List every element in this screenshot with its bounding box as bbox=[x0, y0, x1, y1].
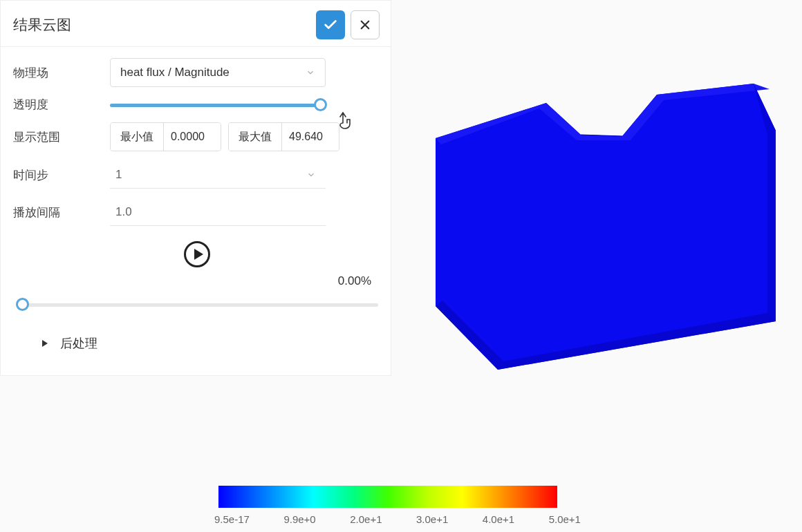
chevron-down-icon bbox=[306, 68, 315, 77]
legend-tick: 2.0e+1 bbox=[350, 513, 382, 525]
range-row: 显示范围 最小值 最大值 bbox=[13, 122, 381, 151]
panel-title: 结果云图 bbox=[13, 15, 310, 35]
panel-header: 结果云图 bbox=[1, 1, 391, 47]
result-cloud-panel: 结果云图 物理场 heat flux / Magnitude 透明度 bbox=[0, 0, 391, 376]
panel-body: 物理场 heat flux / Magnitude 透明度 显示范围 bbox=[1, 47, 391, 375]
interval-value: 1.0 bbox=[115, 205, 132, 219]
max-input-group: 最大值 bbox=[228, 122, 339, 151]
close-icon bbox=[359, 19, 371, 31]
interval-row: 播放间隔 1.0 bbox=[13, 198, 381, 226]
min-input-group: 最小值 bbox=[110, 122, 221, 151]
legend-ticks: 9.5e-17 9.9e+0 2.0e+1 3.0e+1 4.0e+1 5.0e… bbox=[214, 513, 581, 525]
play-button[interactable] bbox=[184, 241, 210, 267]
opacity-row: 透明度 bbox=[13, 97, 381, 113]
legend-gradient bbox=[218, 486, 557, 508]
field-select[interactable]: heat flux / Magnitude bbox=[110, 58, 326, 87]
timestep-row: 时间步 1 bbox=[13, 161, 381, 189]
progress-slider[interactable] bbox=[16, 298, 378, 312]
slider-track bbox=[110, 104, 326, 107]
field-select-value: heat flux / Magnitude bbox=[120, 66, 230, 79]
legend-tick: 3.0e+1 bbox=[416, 513, 448, 525]
caret-right-icon bbox=[42, 340, 48, 347]
progress-thumb[interactable] bbox=[16, 298, 29, 311]
range-label: 显示范围 bbox=[13, 129, 110, 145]
percent-display: 0.00% bbox=[13, 274, 381, 288]
interval-field[interactable]: 1.0 bbox=[110, 198, 326, 226]
timestep-label: 时间步 bbox=[13, 167, 110, 183]
max-addon: 最大值 bbox=[229, 123, 282, 151]
color-legend: 9.5e-17 9.9e+0 2.0e+1 3.0e+1 4.0e+1 5.0e… bbox=[214, 486, 588, 525]
confirm-button[interactable] bbox=[316, 10, 345, 39]
check-icon bbox=[323, 17, 338, 32]
postprocess-tree-item[interactable]: 后处理 bbox=[13, 324, 381, 370]
opacity-slider[interactable] bbox=[110, 99, 326, 111]
model-render bbox=[408, 59, 795, 383]
chevron-down-icon bbox=[306, 170, 316, 180]
slider-thumb[interactable] bbox=[314, 98, 327, 111]
min-input[interactable] bbox=[164, 123, 221, 151]
field-label: 物理场 bbox=[13, 65, 110, 81]
timestep-value: 1 bbox=[115, 168, 122, 182]
min-addon: 最小值 bbox=[111, 123, 164, 151]
field-row: 物理场 heat flux / Magnitude bbox=[13, 58, 381, 87]
progress-track bbox=[16, 303, 378, 307]
legend-tick: 4.0e+1 bbox=[483, 513, 514, 525]
interval-label: 播放间隔 bbox=[13, 205, 110, 220]
legend-tick: 9.5e-17 bbox=[214, 513, 250, 525]
play-row bbox=[13, 236, 381, 272]
opacity-label: 透明度 bbox=[13, 97, 110, 113]
close-button[interactable] bbox=[351, 10, 380, 39]
legend-tick: 9.9e+0 bbox=[283, 513, 315, 525]
3d-viewport[interactable] bbox=[401, 0, 802, 442]
play-icon bbox=[194, 249, 203, 260]
timestep-select[interactable]: 1 bbox=[110, 161, 326, 189]
max-input[interactable] bbox=[282, 123, 339, 151]
postprocess-label: 后处理 bbox=[60, 335, 97, 352]
legend-tick: 5.0e+1 bbox=[549, 513, 581, 525]
